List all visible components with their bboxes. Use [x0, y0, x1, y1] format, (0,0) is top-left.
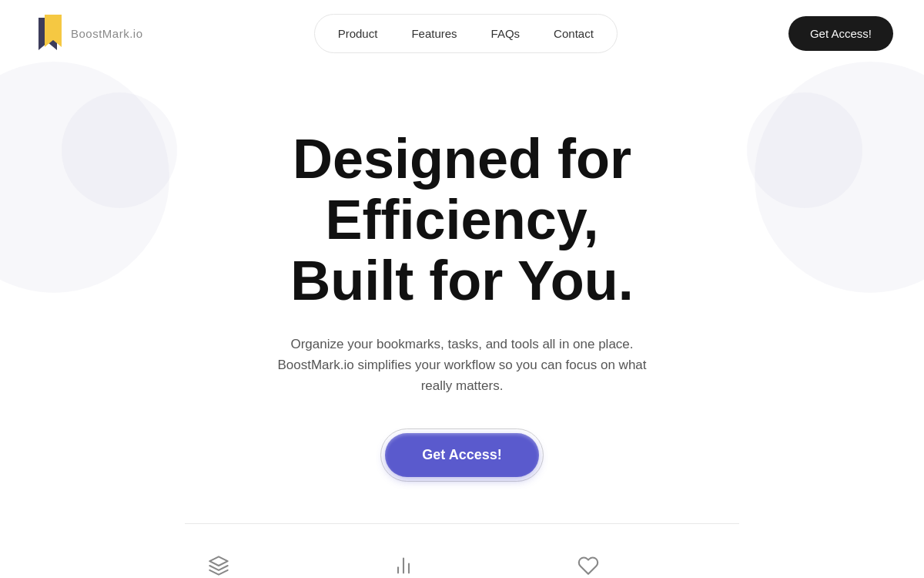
chart-icon — [393, 555, 414, 576]
hero-title-line2: Built for You. — [290, 250, 633, 311]
nav-item-product[interactable]: Product — [323, 21, 393, 46]
main-nav: Product Features FAQs Contact — [314, 14, 618, 53]
hero-subtitle: Organize your bookmarks, tasks, and tool… — [262, 334, 662, 397]
hero-cta-button[interactable]: Get Access! — [385, 433, 538, 477]
logo-area[interactable]: BoostMark.io — [31, 15, 143, 53]
svg-marker-0 — [209, 556, 227, 566]
heart-icon — [578, 555, 599, 576]
hero-cta-wrapper: Get Access! — [385, 433, 538, 477]
logo-icon — [31, 15, 65, 53]
features-row: One-Click Bookmarking To-Dos and Notes Q… — [185, 524, 739, 578]
feature-bookmarking: One-Click Bookmarking — [185, 555, 370, 578]
header: BoostMark.io Product Features FAQs Conta… — [0, 0, 924, 67]
logo-text: BoostMark.io — [71, 27, 143, 40]
feature-dock: Quick Access Dock — [554, 555, 739, 578]
nav-item-faqs[interactable]: FAQs — [476, 21, 536, 46]
nav-item-features[interactable]: Features — [396, 21, 472, 46]
hero-title: Designed for Efficiency, Built for You. — [154, 129, 770, 312]
hero-title-line1: Designed for Efficiency, — [293, 128, 631, 250]
header-cta-button[interactable]: Get Access! — [788, 16, 893, 51]
layers-icon — [208, 555, 229, 576]
hero-section: Designed for Efficiency, Built for You. … — [0, 67, 924, 523]
nav-item-contact[interactable]: Contact — [538, 21, 609, 46]
feature-todos: To-Dos and Notes — [370, 555, 554, 578]
